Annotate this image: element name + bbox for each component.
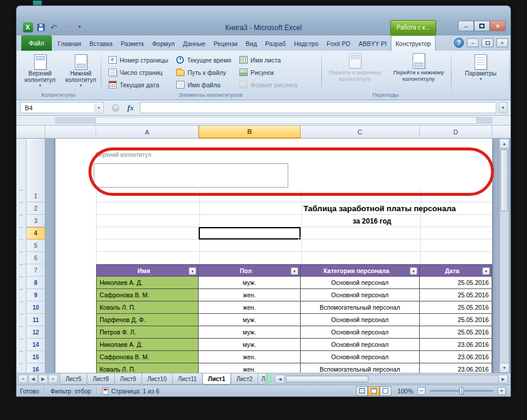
goto-header-footer-button[interactable]: Перейти к верхнему колонтитулу bbox=[324, 52, 386, 88]
zoom-in-button[interactable]: + bbox=[498, 387, 506, 395]
filter-dropdown-button[interactable]: ▾ bbox=[189, 267, 196, 275]
row-header[interactable]: 10 bbox=[27, 301, 45, 314]
filter-dropdown-button[interactable]: ▾ bbox=[482, 267, 490, 275]
row-header[interactable]: 4 bbox=[27, 227, 45, 239]
cell-name[interactable]: Сафронова В. М. bbox=[96, 289, 199, 301]
undo-button[interactable]: ↶ bbox=[48, 22, 59, 32]
sheet-nav-button[interactable]: « bbox=[18, 375, 28, 383]
row-header[interactable]: 6 bbox=[27, 252, 45, 264]
row-header[interactable]: 1 bbox=[27, 190, 45, 202]
table-header-cell[interactable]: Пол ▾ bbox=[199, 264, 301, 277]
filter-dropdown-button[interactable]: ▾ bbox=[291, 267, 298, 275]
cell-date[interactable]: 23.06.2016 bbox=[420, 351, 492, 363]
sheet-subtitle-cell[interactable]: за 2016 год bbox=[298, 215, 446, 227]
name-box-dropdown[interactable]: ▾ bbox=[94, 103, 103, 112]
normal-view-button[interactable] bbox=[356, 386, 368, 396]
cell-name[interactable]: Парфенов Д. Ф. bbox=[96, 314, 199, 326]
cell-category[interactable]: Основной персонал bbox=[301, 289, 420, 301]
row-header[interactable]: 7 bbox=[27, 264, 45, 277]
cell-date[interactable]: 25.05.2016 bbox=[420, 314, 492, 326]
cell-category[interactable]: Вспомогательный персонал bbox=[301, 363, 420, 373]
zoom-out-button[interactable]: − bbox=[417, 387, 426, 395]
row-header[interactable]: 2 bbox=[27, 202, 45, 215]
ribbon-tab[interactable]: Вставка bbox=[85, 37, 117, 51]
select-all-corner[interactable] bbox=[17, 126, 45, 138]
cell-date[interactable]: 25.05.2016 bbox=[420, 277, 492, 289]
header-element-button[interactable]: Имя листа bbox=[236, 54, 301, 66]
scroll-up-button[interactable]: ▲ bbox=[500, 139, 509, 149]
cell-name[interactable]: Коваль Л. П. bbox=[96, 301, 199, 314]
header-element-button[interactable]: Формат рисунка bbox=[236, 78, 301, 91]
cell-gender[interactable]: жен. bbox=[199, 301, 301, 314]
goto-header-footer-button[interactable]: Перейти к нижнему колонтитулу bbox=[388, 52, 449, 88]
cell-gender[interactable]: муж. bbox=[199, 314, 301, 326]
scroll-down-button[interactable]: ▼ bbox=[500, 363, 509, 372]
scroll-left-button[interactable]: ◀ bbox=[275, 375, 285, 383]
workbook-restore-button[interactable] bbox=[482, 38, 493, 47]
ribbon-tab[interactable]: Рецензи bbox=[209, 37, 242, 51]
cell-name[interactable]: Коваль Л. П. bbox=[96, 363, 199, 373]
column-header[interactable]: B bbox=[199, 126, 301, 139]
sheet-tab[interactable]: Лист9 bbox=[114, 373, 142, 385]
column-header[interactable]: D bbox=[420, 126, 492, 139]
table-header-cell[interactable]: Категория персонала ▾ bbox=[301, 264, 420, 277]
cell-gender[interactable]: муж. bbox=[199, 326, 301, 339]
vertical-scroll-thumb[interactable] bbox=[500, 149, 508, 211]
name-box[interactable]: B4 ▾ bbox=[20, 102, 104, 113]
sheet-tab[interactable]: Лист2 bbox=[230, 373, 258, 385]
page-break-view-button[interactable] bbox=[380, 386, 391, 396]
header-element-button[interactable]: Путь к файлу bbox=[173, 66, 235, 78]
row-header[interactable]: 9 bbox=[27, 289, 45, 301]
row-header[interactable]: 14 bbox=[27, 339, 45, 351]
sheet-tab[interactable]: Лист1 bbox=[202, 373, 231, 385]
qat-customize-button[interactable]: ▾ bbox=[74, 22, 85, 32]
row-header[interactable]: 8 bbox=[27, 277, 45, 289]
formula-input[interactable] bbox=[140, 102, 496, 113]
sheet-tab[interactable]: Лист10 bbox=[141, 373, 173, 385]
sheet-nav-button[interactable]: ◀ bbox=[28, 375, 38, 383]
cell-date[interactable]: 25.05.2016 bbox=[420, 326, 492, 339]
table-header-cell[interactable]: Имя ▾ bbox=[96, 264, 199, 277]
ribbon-tab[interactable]: Формул bbox=[148, 37, 179, 51]
redo-button[interactable]: ↷ bbox=[61, 22, 72, 32]
excel-app-button[interactable]: X bbox=[22, 22, 33, 32]
workbook-minimize-button[interactable]: – bbox=[467, 38, 479, 47]
cell-category[interactable]: Основной персонал bbox=[301, 326, 420, 339]
cell-date[interactable]: 25.05.2016 bbox=[420, 301, 492, 314]
header-element-button[interactable]: Текущее время bbox=[173, 54, 235, 66]
active-cell-b4[interactable] bbox=[199, 227, 301, 239]
zoom-level[interactable]: 100% bbox=[396, 388, 413, 395]
cell-category[interactable]: Основной персонал bbox=[301, 351, 420, 363]
cell-category[interactable]: Основной персонал bbox=[301, 339, 420, 351]
row-header[interactable]: 15 bbox=[27, 351, 45, 363]
horizontal-scrollbar[interactable]: ◀ ▶ bbox=[275, 375, 508, 383]
cell-category[interactable]: Вспомогательный персонал bbox=[301, 301, 420, 314]
row-header[interactable]: 11 bbox=[27, 314, 45, 326]
header-element-button[interactable]: Текущая дата bbox=[105, 78, 172, 91]
cell-name[interactable]: Николаев А. Д. bbox=[96, 339, 199, 351]
sheet-tab[interactable]: Л bbox=[258, 373, 266, 385]
cell-name[interactable]: Петров Ф. Л. bbox=[96, 326, 199, 339]
header-element-button[interactable]: Номер страницы bbox=[105, 54, 172, 66]
horizontal-scroll-thumb[interactable] bbox=[286, 376, 368, 382]
table-header-cell[interactable]: Дата ▾ bbox=[420, 264, 492, 277]
cell-date[interactable]: 23.06.2016 bbox=[420, 363, 492, 373]
sheet-nav-button[interactable]: » bbox=[48, 375, 58, 383]
formula-bar-expand-button[interactable]: ▾ bbox=[499, 102, 508, 113]
filter-dropdown-button[interactable]: ▾ bbox=[410, 267, 417, 275]
header-element-button[interactable]: Рисунок bbox=[236, 66, 301, 78]
help-button[interactable]: ? bbox=[454, 38, 464, 48]
sheet-tab[interactable]: Лист5 bbox=[60, 373, 87, 385]
sheet-tab[interactable]: Лист8 bbox=[87, 373, 114, 385]
options-button[interactable]: Параметры ▾ bbox=[460, 52, 502, 90]
cell-name[interactable]: Сафронова В. М. bbox=[96, 351, 199, 363]
ribbon-tab[interactable]: Главная bbox=[54, 37, 85, 51]
ribbon-tab[interactable]: Разраб bbox=[261, 37, 290, 51]
header-footer-button[interactable]: Нижний колонтитул ▾ bbox=[61, 52, 100, 90]
vertical-scrollbar[interactable]: ▲ ▼ bbox=[499, 139, 509, 373]
ribbon-tab[interactable]: Вид bbox=[242, 37, 261, 51]
maximize-button[interactable] bbox=[474, 21, 490, 31]
tab-scroll-splitter[interactable] bbox=[267, 375, 271, 383]
ribbon-tab[interactable]: Надстро bbox=[290, 37, 322, 51]
header-element-button[interactable]: Число страниц bbox=[105, 66, 172, 78]
